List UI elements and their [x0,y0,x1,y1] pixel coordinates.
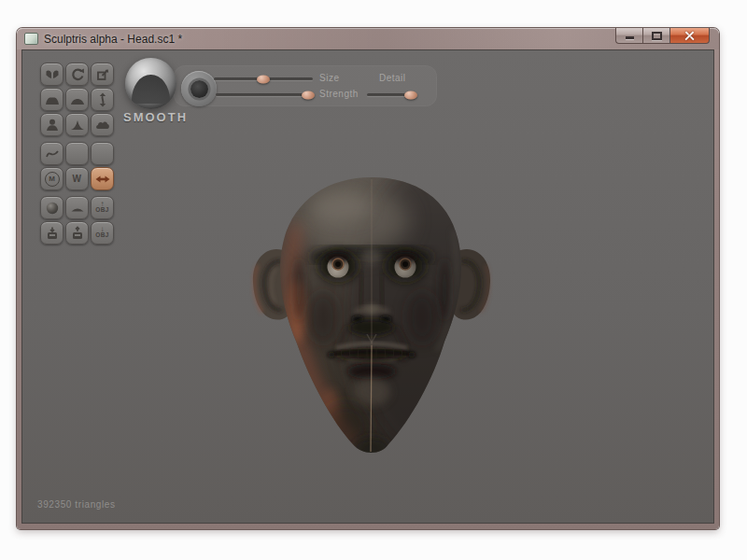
tool-inflate-button[interactable] [40,113,63,136]
new-sphere-icon [45,201,60,216]
maximize-icon [652,32,662,40]
save-file-icon [70,226,85,241]
symmetry-toggle-button[interactable] [91,167,114,190]
detail-slider[interactable] [367,93,416,96]
open-file-icon [45,226,60,241]
window-title: Sculptris alpha - Head.sc1 * [44,33,182,46]
crease-icon [45,67,60,82]
tool-flatten-button[interactable] [65,88,89,111]
triangle-count: 392350 triangles [37,499,116,510]
sculpt-model-head[interactable] [245,172,493,463]
wireframe-icon: W [73,174,82,184]
falloff-curve-button[interactable] [40,142,63,165]
sculpt-tool-group [40,63,114,136]
brush-texture-button[interactable] [181,71,217,106]
import-obj-icon: ↑OBJ [95,202,108,214]
maximize-button[interactable] [642,28,669,44]
tool-rotate-button[interactable] [65,63,89,86]
titlebar[interactable]: Sculptris alpha - Head.sc1 * [17,28,719,49]
empty-slot-button-2[interactable] [91,142,114,165]
app-window: Sculptris alpha - Head.sc1 * [17,28,719,529]
import-obj-button[interactable]: ↑OBJ [91,196,114,219]
window-controls [615,28,710,44]
detail-slider-label: Detail [379,73,406,83]
export-obj-icon: ↓OBJ [95,227,108,239]
active-tool-label: SMOOTH [123,110,188,124]
tool-scale-button[interactable] [91,63,114,86]
minimize-button[interactable] [615,28,642,44]
minimize-icon [626,36,634,39]
strength-slider-label: Strength [319,89,359,99]
brush-falloff-profile [132,75,170,104]
rotate-icon [70,67,85,82]
tool-smooth-button[interactable] [91,113,114,136]
wireframe-button[interactable]: W [65,167,89,190]
app-icon [24,33,38,45]
pinch-icon [70,118,85,133]
scale-icon [95,67,110,82]
new-plane-icon [70,201,85,216]
strength-slider-knob[interactable] [302,91,315,99]
close-icon [684,31,695,41]
symmetry-arrows-icon [95,172,110,187]
detail-slider-knob[interactable] [404,91,417,99]
tool-grab-button[interactable] [91,88,114,111]
smooth-cloud-icon [95,118,110,133]
material-button[interactable]: M [40,167,63,190]
head-mesh [245,172,493,463]
open-file-button[interactable] [40,221,63,245]
tool-draw-button[interactable] [40,88,63,111]
save-file-button[interactable] [65,221,89,245]
viewport-3d[interactable]: M W [21,49,714,524]
brush-texture-icon [190,80,208,98]
draw-icon [45,92,60,107]
tool-crease-button[interactable] [40,63,63,86]
size-slider-label: Size [319,73,339,83]
size-slider-knob[interactable] [257,75,270,83]
size-slider[interactable] [214,77,313,80]
file-actions-group: ↑OBJ ↓OBJ [40,196,114,245]
export-obj-button[interactable]: ↓OBJ [91,221,114,245]
tool-palette: M W [40,63,114,245]
grab-icon [95,92,110,107]
inflate-icon [45,118,60,133]
view-options-group: M W [40,142,114,190]
material-icon: M [45,172,60,187]
empty-slot-button-1[interactable] [65,142,89,165]
new-sphere-button[interactable] [40,196,63,219]
flatten-icon [70,92,85,107]
falloff-curve-icon [45,147,60,161]
tool-pinch-button[interactable] [65,113,89,136]
strength-slider[interactable] [216,93,313,96]
new-plane-button[interactable] [65,196,89,219]
brush-preview-ball[interactable] [125,58,176,109]
close-button[interactable] [669,28,710,44]
